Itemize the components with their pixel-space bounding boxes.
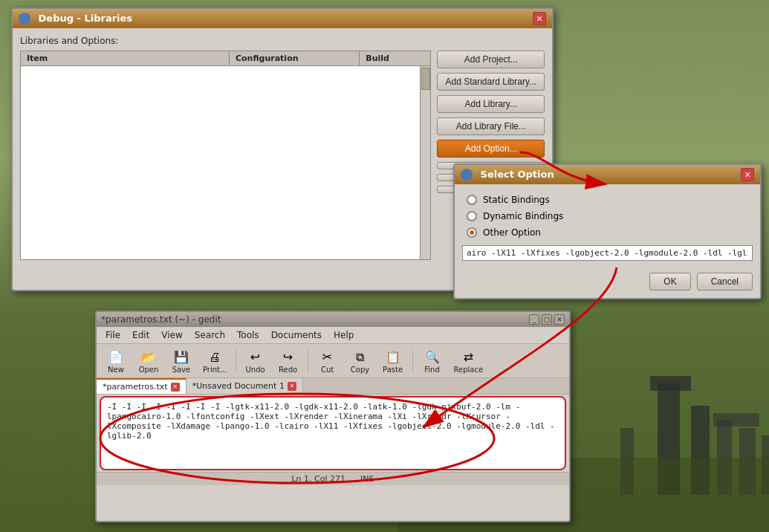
add-standard-library-btn[interactable]: Add Standard Library... (437, 73, 545, 91)
gedit-menubar: File Edit View Search Tools Documents He… (97, 327, 569, 344)
col-build: Build (360, 51, 430, 65)
select-option-titlebar: Select Option ✕ (455, 165, 760, 184)
open-label: Open (139, 366, 159, 374)
status-position: Ln 1, Col 271 (291, 474, 345, 484)
toolbar-redo-btn[interactable]: ↪ Redo (273, 346, 303, 375)
radio-static-label: Static Bindings (483, 195, 550, 205)
toolbar-open-btn[interactable]: 📂 Open (134, 346, 163, 375)
libraries-table: Item Configuration Build (20, 51, 431, 260)
toolbar-cut-btn[interactable]: ✂ Cut (313, 346, 343, 375)
titlebar-left: Debug - Libraries (19, 13, 132, 25)
paste-label: Paste (383, 366, 403, 374)
tab-parametros[interactable]: *parametros.txt ✕ (97, 378, 186, 394)
radio-dynamic-circle[interactable] (467, 211, 477, 221)
toolbar-paste-btn[interactable]: 📋 Paste (378, 346, 408, 375)
tab-parametros-label: *parametros.txt (103, 382, 168, 392)
radio-other-circle[interactable] (467, 227, 477, 238)
redo-icon: ↪ (279, 348, 297, 366)
titlebar-icon (19, 13, 30, 25)
win-minimize-btn[interactable]: _ (529, 314, 539, 325)
svg-rect-2 (650, 376, 691, 391)
radio-other: Other Option (467, 227, 748, 238)
copy-icon: ⧉ (351, 348, 369, 366)
toolbar-find-btn[interactable]: 🔍 Find (418, 346, 447, 375)
toolbar-replace-btn[interactable]: ⇄ Replace (450, 346, 487, 375)
gedit-tabs: *parametros.txt ✕ *Unsaved Document 1 ✕ (97, 378, 569, 395)
gedit-content[interactable]: -I -I -I -I -I -I -I -I -lgtk-x11-2.0 -l… (100, 396, 566, 470)
new-icon: 📄 (107, 348, 125, 366)
tab-unsaved[interactable]: *Unsaved Document 1 ✕ (186, 378, 303, 394)
select-option-close-btn[interactable]: ✕ (741, 168, 754, 181)
menu-documents[interactable]: Documents (265, 328, 328, 342)
toolbar-print-btn[interactable]: 🖨 Print... (199, 346, 231, 375)
toolbar-undo-btn[interactable]: ↩ Undo (241, 346, 270, 375)
add-library-btn[interactable]: Add Library... (437, 95, 545, 113)
table-header: Item Configuration Build (21, 51, 430, 66)
add-project-btn[interactable]: Add Project... (437, 51, 545, 68)
radio-dynamic-label: Dynamic Bindings (483, 211, 563, 221)
undo-label: Undo (245, 366, 265, 374)
select-cancel-btn[interactable]: Cancel (697, 273, 753, 291)
toolbar-new-btn[interactable]: 📄 New (101, 346, 131, 375)
print-icon: 🖨 (206, 348, 224, 366)
paste-icon: 📋 (384, 348, 402, 366)
select-titlebar-left: Select Option (461, 169, 554, 181)
redo-label: Redo (279, 366, 297, 374)
select-option-title: Select Option (481, 169, 554, 180)
sep-2 (308, 350, 308, 372)
find-icon: 🔍 (424, 348, 441, 366)
save-label: Save (172, 366, 191, 374)
gedit-toolbar: 📄 New 📂 Open 💾 Save 🖨 Print... ↩ Undo ↪ … (97, 344, 569, 378)
scrollbar-vertical[interactable] (420, 66, 430, 259)
win-control-btns: _ □ ✕ (529, 314, 565, 325)
save-icon: 💾 (172, 348, 190, 366)
libraries-titlebar: Debug - Libraries ✕ (13, 9, 552, 28)
gedit-statusbar: Ln 1, Col 271 INS (97, 472, 569, 485)
open-icon: 📂 (140, 348, 158, 366)
copy-label: Copy (351, 366, 369, 374)
menu-search[interactable]: Search (189, 328, 231, 342)
replace-icon: ⇄ (459, 348, 477, 366)
undo-icon: ↩ (247, 348, 265, 366)
toolbar-save-btn[interactable]: 💾 Save (166, 346, 196, 375)
add-option-btn[interactable]: Add Option... (437, 140, 545, 158)
radio-static: Static Bindings (467, 195, 748, 205)
menu-help[interactable]: Help (328, 328, 360, 342)
print-label: Print... (203, 366, 227, 374)
radio-dynamic: Dynamic Bindings (467, 211, 748, 221)
menu-view[interactable]: View (155, 328, 188, 342)
table-scroll[interactable] (21, 66, 430, 259)
replace-label: Replace (454, 366, 484, 374)
option-input[interactable] (462, 245, 753, 261)
gedit-titlebar: *parametros.txt (~) - gedit _ □ ✕ (97, 312, 569, 327)
libraries-close-btn[interactable]: ✕ (533, 12, 546, 25)
sep-1 (236, 350, 236, 372)
select-ok-btn[interactable]: OK (649, 273, 690, 291)
libraries-title: Debug - Libraries (39, 13, 133, 24)
gedit-window: *parametros.txt (~) - gedit _ □ ✕ File E… (95, 311, 571, 522)
col-item: Item (21, 51, 230, 65)
select-option-footer: OK Cancel (455, 268, 760, 298)
tab-parametros-close[interactable]: ✕ (171, 383, 180, 392)
win-close-btn[interactable]: ✕ (554, 314, 565, 325)
add-library-file-btn[interactable]: Add Library File... (437, 117, 545, 135)
tab-unsaved-close[interactable]: ✕ (288, 382, 296, 391)
tab-unsaved-label: *Unsaved Document 1 (192, 381, 285, 391)
section-label: Libraries and Options: (20, 36, 545, 46)
radio-group: Static Bindings Dynamic Bindings Other O… (455, 184, 760, 244)
menu-tools[interactable]: Tools (231, 328, 265, 342)
dialog-select-option: Select Option ✕ Static Bindings Dynamic … (453, 163, 762, 299)
col-configuration: Configuration (230, 51, 360, 65)
menu-edit[interactable]: Edit (126, 328, 155, 342)
cut-icon: ✂ (319, 348, 337, 366)
radio-static-circle[interactable] (467, 195, 477, 205)
win-maximize-btn[interactable]: □ (542, 314, 552, 325)
find-label: Find (424, 366, 440, 374)
radio-other-label: Other Option (483, 227, 541, 238)
menu-file[interactable]: File (100, 328, 126, 342)
status-mode: INS (360, 474, 374, 484)
scrollbar-thumb[interactable] (421, 68, 430, 90)
cut-label: Cut (321, 366, 334, 374)
toolbar-copy-btn[interactable]: ⧉ Copy (345, 346, 375, 375)
new-label: New (108, 366, 124, 374)
